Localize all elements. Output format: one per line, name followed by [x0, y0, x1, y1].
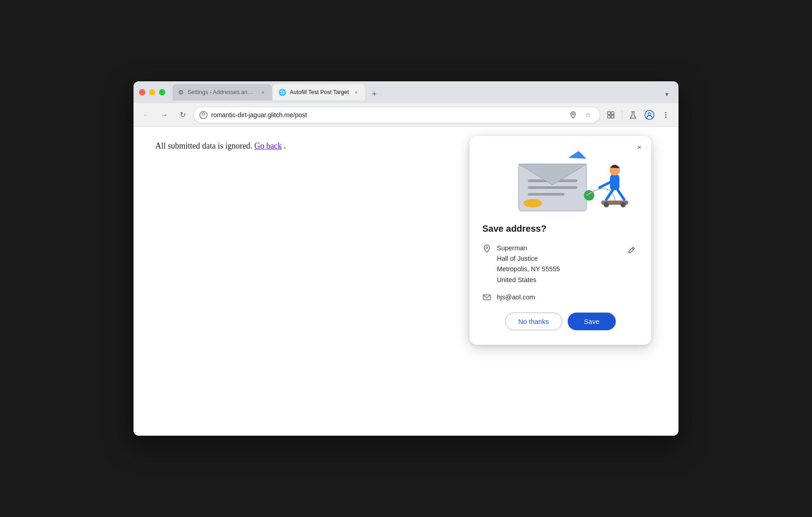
email-icon [482, 293, 491, 302]
email-row: hjs@aol.com [482, 293, 639, 302]
forward-button[interactable]: → [157, 108, 172, 122]
email-value: hjs@aol.com [497, 293, 535, 301]
new-tab-button[interactable]: + [368, 88, 381, 100]
address-row: Superman Hall of Justice Metropolis, NY … [482, 243, 639, 285]
dialog-body: Save address? Superman Hall of Justice M… [470, 216, 651, 345]
svg-point-9 [665, 112, 667, 113]
tab-settings-close[interactable]: × [259, 89, 267, 96]
browser-window: ⚙ Settings - Addresses and mo × 🌐 Autofi… [134, 81, 678, 436]
edit-address-button[interactable] [624, 243, 639, 258]
tab-autofill-close[interactable]: × [352, 89, 360, 96]
labs-icon [629, 110, 638, 119]
extensions-button[interactable] [604, 108, 618, 122]
star-button[interactable]: ☆ [581, 109, 594, 121]
svg-rect-20 [610, 174, 619, 190]
dialog-illustration [477, 143, 644, 216]
svg-rect-5 [611, 115, 614, 118]
omnibar: ← → ↻ romantic-dirt-jaguar.glitch.me/pos… [134, 103, 678, 127]
page-content: All submitted data is ignored. Go back . [134, 127, 678, 436]
dialog-close-button[interactable]: × [633, 141, 646, 154]
location-icon [569, 111, 577, 119]
location-pin-button[interactable] [567, 109, 579, 121]
svg-line-22 [599, 182, 610, 188]
go-back-link[interactable]: Go back [254, 141, 282, 150]
svg-line-29 [632, 248, 634, 249]
extensions-icon [606, 110, 615, 119]
dialog-header: × [470, 136, 651, 216]
address-details: Superman Hall of Justice Metropolis, NY … [497, 243, 619, 285]
url-text: romantic-dirt-jaguar.glitch.me/post [211, 111, 563, 119]
svg-point-27 [620, 202, 626, 208]
save-button[interactable]: Save [568, 313, 616, 330]
svg-rect-4 [608, 115, 610, 118]
dialog-title: Save address? [482, 224, 639, 234]
address-name: Superman [497, 243, 619, 254]
svg-point-10 [665, 114, 667, 115]
svg-point-7 [645, 110, 654, 119]
dialog-buttons: No thanks Save [482, 313, 639, 334]
reload-icon: ↻ [180, 110, 186, 119]
svg-point-28 [486, 247, 488, 249]
svg-line-24 [618, 190, 624, 200]
svg-marker-17 [568, 151, 586, 159]
traffic-lights [139, 89, 165, 95]
site-info-icon [199, 111, 208, 119]
svg-point-11 [665, 116, 667, 118]
toolbar-actions [604, 108, 673, 122]
tab-settings-label: Settings - Addresses and mo [188, 89, 256, 95]
address-street: Hall of Justice [497, 254, 619, 264]
traffic-light-yellow[interactable] [149, 89, 155, 95]
tab-bar: ⚙ Settings - Addresses and mo × 🌐 Autofi… [173, 84, 673, 100]
star-icon: ☆ [585, 111, 591, 119]
no-thanks-button[interactable]: No thanks [505, 313, 562, 330]
back-button[interactable]: ← [139, 108, 153, 122]
save-address-dialog: × Save address? Superman Hall of Justice… [470, 136, 651, 345]
svg-point-26 [604, 202, 609, 208]
svg-line-23 [606, 190, 613, 200]
back-icon: ← [143, 111, 150, 119]
forward-icon: → [161, 111, 168, 119]
tab-settings[interactable]: ⚙ Settings - Addresses and mo × [173, 84, 272, 100]
toolbar-separator [622, 110, 622, 119]
location-address-icon [482, 244, 491, 253]
menu-button[interactable] [659, 108, 673, 122]
close-icon: × [637, 144, 641, 152]
tab-autofill[interactable]: 🌐 Autofill Test Post Target × [273, 84, 365, 100]
svg-point-18 [523, 199, 542, 207]
title-bar: ⚙ Settings - Addresses and mo × 🌐 Autofi… [134, 81, 678, 103]
svg-rect-3 [611, 112, 614, 114]
labs-button[interactable] [626, 108, 640, 122]
address-actions: ☆ [567, 109, 594, 121]
globe-icon: 🌐 [278, 89, 286, 96]
svg-rect-2 [608, 112, 610, 114]
traffic-light-green[interactable] [159, 89, 165, 95]
address-bar[interactable]: romantic-dirt-jaguar.glitch.me/post ☆ [193, 107, 600, 123]
edit-icon [627, 246, 635, 254]
address-country: United States [497, 275, 619, 285]
tab-autofill-label: Autofill Test Post Target [290, 89, 349, 95]
reload-button[interactable]: ↻ [175, 108, 190, 122]
gear-icon: ⚙ [178, 89, 184, 96]
profile-icon [644, 110, 654, 120]
address-city: Metropolis, NY 55555 [497, 264, 619, 274]
traffic-light-red[interactable] [139, 89, 145, 95]
svg-point-1 [572, 113, 574, 115]
profile-button[interactable] [642, 108, 657, 122]
tab-chevron[interactable]: ▾ [660, 88, 673, 100]
menu-icon [662, 111, 670, 119]
